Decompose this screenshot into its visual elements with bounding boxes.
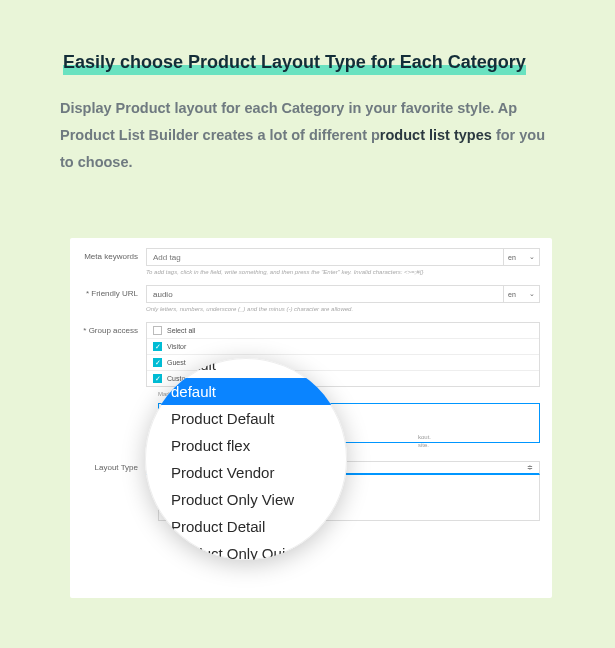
dropdown-option[interactable]: Product Only View	[167, 486, 325, 513]
obscured-tip-2: site.	[418, 442, 429, 448]
group-access-row: * Group access Select all Visitor Guest …	[70, 312, 552, 387]
chevron-down-icon: ⌄	[529, 253, 535, 261]
friendly-url-help: Only letters, numbers, underscore (_) an…	[146, 306, 540, 312]
meta-keywords-help: To add tags, click in the field, write s…	[146, 269, 540, 275]
layout-type-label: Layout Type	[82, 461, 146, 475]
select-all-row[interactable]: Select all	[147, 323, 539, 339]
friendly-url-lang-select[interactable]: en ⌄	[504, 285, 540, 303]
meta-keywords-lang-select[interactable]: en ⌄	[504, 248, 540, 266]
lang-value: en	[508, 254, 516, 261]
friendly-url-input[interactable]	[146, 285, 504, 303]
meta-keywords-input[interactable]	[146, 248, 504, 266]
dropdown-option[interactable]: Product flex	[167, 432, 325, 459]
chevron-down-icon: ⌄	[529, 290, 535, 298]
desc-emphasis: roduct list types	[380, 127, 492, 143]
obscured-tip-1: kout.	[418, 434, 431, 440]
group-access-label: * Group access	[82, 322, 146, 387]
group-item-label: Guest	[167, 359, 186, 366]
meta-keywords-row: Meta keywords en ⌄ To add tags, click in…	[70, 238, 552, 275]
group-item-label: Visitor	[167, 343, 186, 350]
dropdown-option[interactable]: Product Vendor	[167, 459, 325, 486]
select-handle-icon: ≑	[527, 464, 533, 472]
group-item-visitor[interactable]: Visitor	[147, 339, 539, 355]
lang-value: en	[508, 291, 516, 298]
checkbox-checked-icon[interactable]	[153, 358, 162, 367]
page-description: Display Product layout for each Category…	[60, 95, 555, 175]
checkbox-unchecked-icon[interactable]	[153, 326, 162, 335]
friendly-url-label: * Friendly URL	[82, 285, 146, 312]
meta-keywords-label: Meta keywords	[82, 248, 146, 275]
page-heading: Easily choose Product Layout Type for Ea…	[63, 52, 526, 75]
dropdown-option[interactable]: Product Default	[167, 405, 325, 432]
friendly-url-row: * Friendly URL en ⌄ Only letters, number…	[70, 275, 552, 312]
select-all-label: Select all	[167, 327, 195, 334]
checkbox-checked-icon[interactable]	[153, 374, 162, 383]
magnifier-overlay: default default Product Default Product …	[145, 358, 347, 560]
dropdown-option[interactable]: Product Detail	[167, 513, 325, 540]
checkbox-checked-icon[interactable]	[153, 342, 162, 351]
